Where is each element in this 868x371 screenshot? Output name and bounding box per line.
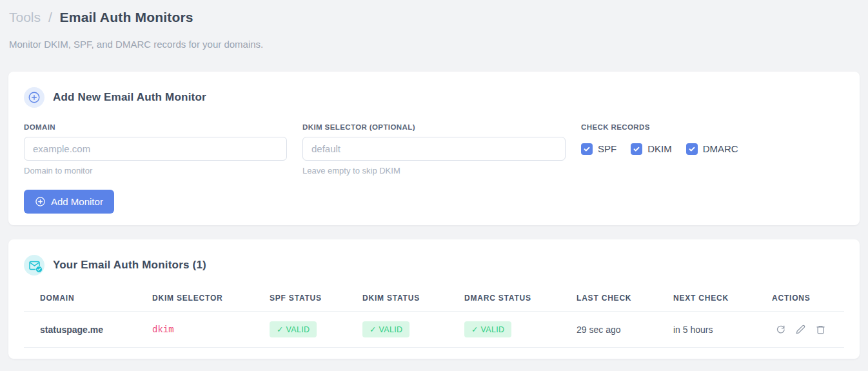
refresh-button[interactable] <box>772 322 789 337</box>
domain-field-group: DOMAIN Domain to monitor <box>24 123 287 175</box>
monitors-list-card-title: Your Email Auth Monitors (1) <box>53 259 206 272</box>
check-records-group: CHECK RECORDS SPF DKIM <box>581 123 844 175</box>
column-header-domain: DOMAIN <box>24 286 136 312</box>
column-header-last-check: LAST CHECK <box>560 286 657 312</box>
check-records-label: CHECK RECORDS <box>581 123 844 131</box>
add-monitor-card-header: Add New Email Auth Monitor <box>24 87 844 108</box>
domain-field-hint: Domain to monitor <box>24 166 287 175</box>
spf-checkbox-checked-icon <box>581 143 593 155</box>
monitors-table: DOMAIN DKIM SELECTOR SPF STATUS DKIM STA… <box>24 286 844 348</box>
column-header-next-check: NEXT CHECK <box>657 286 756 312</box>
column-header-spf-status: SPF STATUS <box>253 286 346 312</box>
monitor-next-check: in 5 hours <box>657 312 756 348</box>
delete-button[interactable] <box>812 322 829 337</box>
pencil-icon <box>796 325 805 334</box>
breadcrumb-tools-link[interactable]: Tools <box>9 10 41 25</box>
spf-checkbox-label: SPF <box>598 143 616 154</box>
trash-icon <box>816 325 825 334</box>
spf-checkbox[interactable]: SPF <box>581 143 616 155</box>
dmarc-checkbox-checked-icon <box>686 143 698 155</box>
breadcrumb-separator: / <box>48 10 52 25</box>
check-records-options: SPF DKIM DMARC <box>581 137 844 161</box>
add-monitor-form: DOMAIN Domain to monitor DKIM SELECTOR (… <box>24 123 844 175</box>
dmarc-status-badge: ✓ VALID <box>464 321 511 337</box>
page-subtitle: Monitor DKIM, SPF, and DMARC records for… <box>8 39 860 50</box>
spf-status-badge: ✓ VALID <box>270 321 317 337</box>
column-header-actions: ACTIONS <box>756 286 844 312</box>
add-monitor-card-title: Add New Email Auth Monitor <box>53 91 206 104</box>
monitor-last-check: 29 sec ago <box>560 312 657 348</box>
dkim-checkbox-checked-icon <box>631 143 642 155</box>
table-row: statuspage.me dkim ✓ VALID ✓ VALID ✓ VAL… <box>24 312 844 348</box>
page-title: Email Auth Monitors <box>60 10 193 25</box>
dkim-selector-field-label: DKIM SELECTOR (OPTIONAL) <box>302 123 566 131</box>
dkim-checkbox-label: DKIM <box>647 143 672 154</box>
plus-circle-icon <box>35 196 46 207</box>
dkim-checkbox[interactable]: DKIM <box>631 143 672 155</box>
monitor-domain: statuspage.me <box>24 312 136 348</box>
monitors-list-card-header: Your Email Auth Monitors (1) <box>24 255 844 276</box>
column-header-dkim-status: DKIM STATUS <box>346 286 448 312</box>
column-header-dkim-selector: DKIM SELECTOR <box>136 286 253 312</box>
dkim-selector-field-hint: Leave empty to skip DKIM <box>302 166 566 175</box>
refresh-icon <box>776 325 785 334</box>
dmarc-checkbox[interactable]: DMARC <box>686 143 738 155</box>
check-dot-icon <box>35 266 43 273</box>
monitors-list-card: Your Email Auth Monitors (1) DOMAIN DKIM… <box>8 239 860 359</box>
column-header-dmarc-status: DMARC STATUS <box>448 286 560 312</box>
monitor-dkim-selector: dkim <box>152 325 174 335</box>
dkim-status-badge: ✓ VALID <box>362 321 409 337</box>
plus-circle-icon <box>24 87 44 108</box>
edit-button[interactable] <box>792 322 809 337</box>
dmarc-checkbox-label: DMARC <box>703 143 738 154</box>
dkim-selector-field-group: DKIM SELECTOR (OPTIONAL) Leave empty to … <box>302 123 566 175</box>
domain-field-label: DOMAIN <box>24 123 287 131</box>
breadcrumb: Tools / Email Auth Monitors <box>8 8 860 26</box>
monitor-actions <box>756 312 844 348</box>
email-check-icon <box>24 255 44 276</box>
domain-input[interactable] <box>24 137 287 161</box>
table-header-row: DOMAIN DKIM SELECTOR SPF STATUS DKIM STA… <box>24 286 844 312</box>
add-monitor-button[interactable]: Add Monitor <box>24 190 114 214</box>
dkim-selector-input[interactable] <box>302 137 566 161</box>
email-auth-monitors-page: Tools / Email Auth Monitors Monitor DKIM… <box>0 0 868 371</box>
add-monitor-card: Add New Email Auth Monitor DOMAIN Domain… <box>8 72 860 225</box>
add-monitor-button-label: Add Monitor <box>51 196 103 207</box>
